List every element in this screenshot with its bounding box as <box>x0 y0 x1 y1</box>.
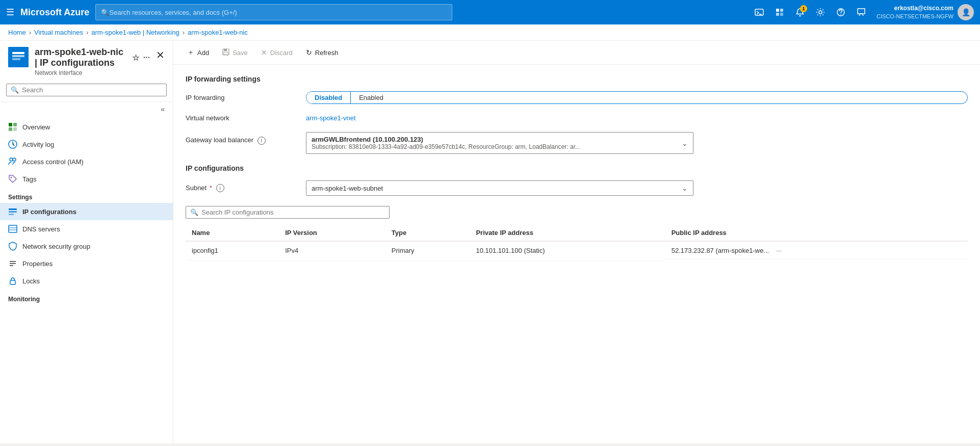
svg-rect-25 <box>9 225 17 232</box>
sidebar-item-locks[interactable]: Locks <box>0 272 173 290</box>
sidebar-item-activity-log[interactable]: Activity log <box>0 136 173 153</box>
breadcrumb-networking[interactable]: arm-spoke1-web | Networking <box>91 29 179 36</box>
ip-forwarding-toggle[interactable]: Disabled Enabled <box>306 91 968 104</box>
breadcrumb-vms[interactable]: Virtual machines <box>34 29 83 36</box>
ip-configurations-section: IP configurations Subnet * i arm-spoke1-… <box>186 164 968 260</box>
sidebar-label-dns-servers: DNS servers <box>22 225 60 233</box>
subnet-value: arm-spoke1-web-subnet <box>312 185 383 192</box>
sidebar-label-tags: Tags <box>22 175 36 183</box>
sidebar-item-network-security-group[interactable]: Network security group <box>0 238 173 255</box>
ip-forwarding-section: IP forwarding settings IP forwarding Dis… <box>186 75 968 104</box>
refresh-button[interactable]: ↻ Refresh <box>300 45 344 60</box>
svg-rect-33 <box>224 49 227 51</box>
settings-icon[interactable] <box>811 3 830 21</box>
subnet-info-icon[interactable]: i <box>216 184 224 192</box>
svg-rect-3 <box>780 9 783 12</box>
table-row: ipconfig1 IPv4 Primary 10.101.101.100 (S… <box>186 241 968 260</box>
sidebar-item-properties[interactable]: Properties <box>0 255 173 272</box>
sidebar-label-ip-configurations: IP configurations <box>22 208 76 216</box>
svg-rect-5 <box>780 13 783 16</box>
virtual-network-label: Virtual network <box>186 114 298 122</box>
global-search-input[interactable] <box>109 9 447 16</box>
cell-private-ip: 10.101.101.100 (Static) <box>470 241 665 260</box>
subnet-dropdown[interactable]: arm-spoke1-web-subnet ⌄ <box>306 180 693 196</box>
tags-icon <box>8 174 17 183</box>
sidebar-search-input[interactable] <box>22 86 162 94</box>
locks-icon <box>8 276 17 285</box>
breadcrumb-nic[interactable]: arm-spoke1-web-nic <box>188 29 248 36</box>
discard-button[interactable]: ✕ Discard <box>255 45 298 60</box>
notifications-icon[interactable]: 1 <box>791 3 809 21</box>
ip-configurations-icon <box>8 207 17 216</box>
col-type: Type <box>385 225 470 241</box>
svg-point-6 <box>800 15 801 17</box>
svg-point-21 <box>11 177 12 178</box>
required-star: * <box>210 184 212 192</box>
table-search-box[interactable]: 🔍 <box>186 206 390 219</box>
svg-point-7 <box>819 11 822 14</box>
svg-point-19 <box>10 158 13 161</box>
ip-forwarding-title: IP forwarding settings <box>186 75 968 83</box>
table-search-input[interactable] <box>201 208 385 216</box>
svg-rect-12 <box>12 55 24 57</box>
sidebar-label-locks: Locks <box>22 277 40 285</box>
feedback-icon[interactable] <box>852 3 870 21</box>
sidebar: arm-spoke1-web-nic | IP configurations ☆… <box>0 41 173 443</box>
breadcrumb-home[interactable]: Home <box>8 29 26 36</box>
gateway-lb-label: Gateway load balancer i <box>186 132 298 145</box>
user-tenant: CISCO-NETSECTMES-NGFW <box>876 13 953 20</box>
cloud-shell-icon[interactable] <box>750 3 768 21</box>
gateway-lb-sub: Subscription: 83810e08-1333-4a92-ad09-e3… <box>312 143 678 150</box>
sidebar-search-box[interactable]: 🔍 <box>6 84 167 96</box>
collapse-sidebar-btn[interactable]: « <box>157 103 169 115</box>
portal-icon[interactable] <box>770 3 789 21</box>
cell-type: Primary <box>385 241 470 260</box>
svg-rect-15 <box>13 123 17 126</box>
sidebar-item-dns-servers[interactable]: DNS servers <box>0 220 173 238</box>
sidebar-item-overview[interactable]: Overview <box>0 118 173 136</box>
svg-rect-4 <box>776 13 779 16</box>
user-info[interactable]: erkostla@cisco.com CISCO-NETSECTMES-NGFW… <box>876 4 974 20</box>
ip-forwarding-label: IP forwarding <box>186 94 298 101</box>
row-context-menu-icon[interactable]: ··· <box>773 246 785 255</box>
avatar: 👤 <box>958 4 974 20</box>
svg-rect-2 <box>776 9 779 12</box>
disabled-option[interactable]: Disabled <box>306 92 351 103</box>
favorite-icon[interactable]: ☆ <box>132 53 139 63</box>
sidebar-label-overview: Overview <box>22 123 50 131</box>
search-icon: 🔍 <box>101 9 109 16</box>
close-icon[interactable]: ✕ <box>156 47 165 61</box>
notification-badge: 1 <box>800 5 807 12</box>
user-name: erkostla@cisco.com <box>876 5 953 13</box>
virtual-network-link[interactable]: arm-spoke1-vnet <box>306 114 356 122</box>
subnet-label: Subnet * i <box>186 184 298 193</box>
settings-section-header: Settings <box>0 188 173 203</box>
enabled-option[interactable]: Enabled <box>351 92 392 103</box>
svg-point-20 <box>13 158 16 161</box>
save-button[interactable]: Save <box>217 45 253 60</box>
more-options-icon[interactable]: ··· <box>143 53 150 62</box>
gateway-lb-dropdown[interactable]: armGWLBfrontend (10.100.200.123) Subscri… <box>306 132 693 154</box>
help-icon[interactable] <box>832 3 850 21</box>
brand-name: Microsoft Azure <box>20 7 89 18</box>
properties-icon <box>8 259 17 268</box>
add-button[interactable]: ＋ Add <box>182 45 215 60</box>
sidebar-item-ip-configurations[interactable]: IP configurations <box>0 203 173 220</box>
global-search[interactable]: 🔍 <box>95 4 452 20</box>
sidebar-item-access-control[interactable]: Access control (IAM) <box>0 153 173 170</box>
col-name: Name <box>186 225 279 241</box>
access-control-icon <box>8 157 17 166</box>
network-security-group-icon <box>8 242 17 251</box>
svg-rect-22 <box>9 208 17 210</box>
monitoring-section-header: Monitoring <box>0 290 173 305</box>
breadcrumb-sep-1: › <box>29 29 31 36</box>
gateway-lb-info-icon[interactable]: i <box>257 137 266 145</box>
hamburger-icon[interactable]: ☰ <box>6 7 14 18</box>
svg-rect-34 <box>224 52 228 55</box>
add-icon: ＋ <box>187 48 194 57</box>
svg-rect-24 <box>9 214 14 215</box>
refresh-icon: ↻ <box>306 48 312 57</box>
sidebar-nav: Overview Activity log Access control (IA… <box>0 116 173 443</box>
sidebar-label-network-security-group: Network security group <box>22 243 90 250</box>
sidebar-item-tags[interactable]: Tags <box>0 170 173 188</box>
